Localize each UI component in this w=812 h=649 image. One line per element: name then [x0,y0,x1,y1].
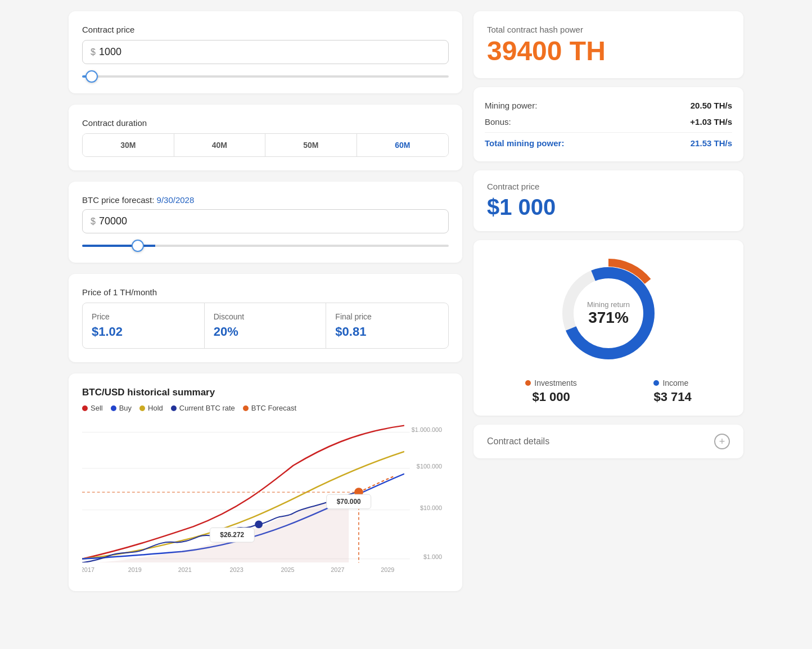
bonus-row: Bonus: +1.03 TH/s [485,114,732,130]
price-cell-price: Price $1.02 [83,303,205,348]
legend-buy: Buy [111,404,132,412]
th-price-label: Price of 1 TH/month [82,287,449,297]
contract-duration-label: Contract duration [82,118,449,128]
investments-dot [525,380,531,386]
svg-text:$100.000: $100.000 [417,463,442,470]
legend-sell-label: Sell [91,404,103,412]
main-container: Contract price $ 1000 Contract duration … [69,11,743,591]
bonus-label: Bonus: [485,117,511,127]
price-cell-price-value: $1.02 [92,324,195,339]
tab-40m[interactable]: 40M [174,134,266,156]
svg-text:$10.000: $10.000 [420,504,442,511]
expand-icon[interactable]: + [714,434,730,449]
btc-forecast-label: BTC price forecast: 9/30/2028 [82,195,449,205]
svg-text:$26.272: $26.272 [220,531,244,539]
th-price-card: Price of 1 TH/month Price $1.02 Discount… [69,274,462,362]
legend-current-btc-dot [171,405,177,411]
income-value: $3 714 [653,390,691,404]
donut-wrap: Mining return 371% [487,257,730,369]
total-mining-row: Total mining power: 21.53 TH/s [485,135,732,151]
income-legend: Income $3 714 [653,378,691,404]
tab-60m[interactable]: 60M [357,134,449,156]
price-cell-final-value: $0.81 [335,324,439,339]
btc-price-display: 70000 [99,215,127,227]
btc-price-slider[interactable] [82,245,449,247]
svg-text:2029: 2029 [381,566,394,573]
btc-currency-symbol: $ [91,217,96,227]
btc-forecast-card: BTC price forecast: 9/30/2028 $ 70000 [69,182,462,263]
btc-current-dot [255,521,263,529]
contract-details-row[interactable]: Contract details + [473,425,743,458]
svg-text:2019: 2019 [128,566,142,573]
svg-text:$1.000: $1.000 [423,553,442,560]
donut-return-value: 371% [587,309,630,327]
contract-price-display-value: $1 000 [487,195,730,220]
contract-price-card: Contract price $ 1000 [69,11,462,93]
legend-sell: Sell [82,404,103,412]
mining-power-label: Mining power: [485,101,537,110]
svg-text:2027: 2027 [331,566,344,573]
hash-value: 39400 TH [487,38,730,65]
price-cell-final-label: Final price [335,312,439,321]
btc-price-slider-wrap [82,239,449,249]
svg-text:$1.000.000: $1.000.000 [412,426,442,433]
legend-btc-forecast: BTC Forecast [243,404,296,412]
contract-currency-symbol: $ [91,47,96,57]
legend-hold: Hold [139,404,163,412]
total-mining-value: 21.53 TH/s [691,138,732,148]
mining-power-row: Mining power: 20.50 TH/s [485,97,732,114]
hash-power-card: Total contract hash power 39400 TH [473,11,743,78]
contract-price-input-box: $ 1000 [82,40,449,64]
donut-return-label: Mining return [587,300,630,309]
right-panel: Total contract hash power 39400 TH Minin… [473,11,743,591]
legend-buy-label: Buy [119,404,132,412]
chart-card: BTC/USD historical summary Sell Buy Hold… [69,373,462,591]
svg-text:2021: 2021 [178,566,192,573]
tab-30m[interactable]: 30M [83,134,174,156]
contract-price-display: 1000 [99,46,121,58]
legend-hold-dot [139,405,145,411]
investments-legend-label: Investments [525,378,576,387]
investments-value: $1 000 [525,390,576,404]
chart-area: $1.000.000 $100.000 $10.000 $1.000 [82,420,449,578]
svg-text:2025: 2025 [281,566,294,573]
btc-forecast-date-link[interactable]: 9/30/2028 [157,195,195,205]
chart-title: BTC/USD historical summary [82,387,449,398]
contract-price-section-label: Contract price [82,25,449,34]
contract-price-slider[interactable] [82,75,449,78]
price-cell-discount-label: Discount [214,312,317,321]
income-legend-label: Income [653,378,691,387]
legend-btc-forecast-label: BTC Forecast [251,404,296,412]
svg-text:2023: 2023 [230,566,243,573]
chart-svg: $1.000.000 $100.000 $10.000 $1.000 [82,420,449,578]
left-panel: Contract price $ 1000 Contract duration … [69,11,462,591]
donut-legend: Investments $1 000 Income $3 714 [487,378,730,404]
donut-card: Mining return 371% Investments $1 000 In… [473,240,743,416]
legend-current-btc: Current BTC rate [171,404,235,412]
tab-50m[interactable]: 50M [265,134,357,156]
contract-details-label: Contract details [487,436,549,447]
price-cell-final: Final price $0.81 [326,303,448,348]
mining-divider [485,132,732,133]
svg-text:2017: 2017 [82,566,94,573]
legend-btc-forecast-dot [243,405,249,411]
donut-center: Mining return 371% [587,300,630,327]
contract-duration-card: Contract duration 30M 40M 50M 60M [69,105,462,170]
price-cell-discount-value: 20% [214,324,317,339]
legend-current-btc-label: Current BTC rate [179,404,235,412]
duration-tabs: 30M 40M 50M 60M [82,133,449,157]
legend-hold-label: Hold [148,404,163,412]
price-table: Price $1.02 Discount 20% Final price $0.… [82,303,449,349]
contract-price-slider-wrap [82,70,449,80]
investments-legend: Investments $1 000 [525,378,576,404]
bonus-value: +1.03 TH/s [690,117,732,127]
chart-legend: Sell Buy Hold Current BTC rate BTC Forec… [82,404,449,412]
btc-price-input-box: $ 70000 [82,209,449,233]
hash-label: Total contract hash power [487,25,730,34]
legend-buy-dot [111,405,116,411]
total-mining-label: Total mining power: [485,138,564,148]
svg-text:$70.000: $70.000 [337,498,361,506]
income-dot [653,380,659,386]
contract-price-display-card: Contract price $1 000 [473,170,743,231]
price-cell-price-label: Price [92,312,195,321]
